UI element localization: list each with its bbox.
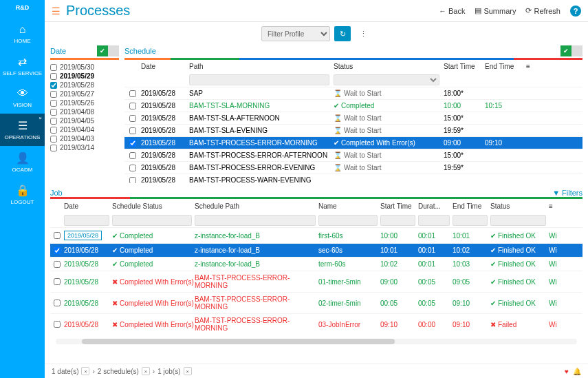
status-icon: ✔ — [490, 300, 496, 307]
job-name-filter[interactable] — [318, 215, 378, 226]
row-checkbox[interactable] — [54, 232, 61, 239]
status-icon: ✔ — [112, 246, 118, 254]
schedule-row[interactable]: 2019/05/28BAM-TST-SLA-AFTERNOON⌛Wait to … — [124, 112, 582, 124]
date-item[interactable]: 2019/04/04 — [50, 125, 119, 134]
refresh-button[interactable]: ⟳ Refresh — [525, 6, 560, 15]
close-icon[interactable]: × — [184, 367, 192, 375]
row-checkbox[interactable] — [129, 152, 136, 159]
schedule-row[interactable]: 2019/05/28BAM-TST-PROCESS-ERROR-EVENING⌛… — [124, 161, 582, 174]
schedule-row[interactable]: 2019/05/28BAM-TST-SLA-EVENING⌛Wait to St… — [124, 124, 582, 136]
row-checkbox[interactable] — [129, 103, 136, 109]
schedule-row[interactable]: 2019/05/28BAM-TST-SLA-MORNING✔Completed1… — [124, 99, 582, 112]
date-toggle[interactable]: ✔ — [97, 45, 119, 56]
row-checkbox[interactable] — [54, 247, 61, 254]
date-checkbox[interactable] — [50, 109, 57, 116]
date-checkbox[interactable] — [50, 145, 57, 151]
row-checkbox[interactable] — [129, 140, 136, 147]
schedule-row[interactable]: 2019/05/28BAM-TST-PROCESS-ERROR-MORNING✔… — [124, 136, 582, 149]
date-item[interactable]: 2019/05/29 — [50, 72, 119, 81]
date-checkbox[interactable] — [50, 118, 57, 125]
job-row[interactable]: 2019/05/28✖Completed With Error(s)BAM-TS… — [50, 313, 582, 335]
row-checkbox[interactable] — [129, 90, 136, 97]
job-end-filter[interactable] — [453, 215, 488, 226]
nav-home[interactable]: ⌂HOME — [0, 18, 45, 50]
col-start: Start Time — [444, 63, 485, 70]
date-item[interactable]: 2019/05/30 — [50, 63, 119, 72]
menu-icon[interactable]: ≡ — [549, 202, 563, 210]
date-checkbox[interactable] — [50, 64, 57, 71]
heart-icon[interactable]: ♥ — [565, 368, 569, 375]
status-icon: ✔ — [490, 232, 496, 240]
back-button[interactable]: ← Back — [439, 7, 465, 15]
status-icon: ⌛ — [334, 90, 342, 97]
more-icon[interactable]: ⋮ — [355, 26, 371, 41]
date-item[interactable]: 2019/03/14 — [50, 143, 119, 152]
job-status-filter[interactable] — [490, 215, 546, 226]
date-checkbox[interactable] — [50, 136, 57, 143]
summary-button[interactable]: ▤ Summary — [475, 6, 516, 15]
row-checkbox[interactable] — [129, 177, 136, 184]
schedule-pane-title: Schedule — [124, 47, 156, 55]
schedule-row[interactable]: 2019/05/28BAM-TST-PROCESS-ERROR-AFTERNOO… — [124, 149, 582, 161]
date-item[interactable]: 2019/04/05 — [50, 116, 119, 125]
date-item[interactable]: 2019/05/28 — [50, 81, 119, 90]
job-row[interactable]: 2019/05/28✔Completedz-instance-for-load_… — [50, 243, 582, 257]
row-checkbox[interactable] — [54, 278, 61, 285]
schedule-toggle[interactable]: ✔ — [560, 45, 582, 56]
row-checkbox[interactable] — [54, 321, 61, 328]
nav-vision[interactable]: 👁VISION — [0, 82, 45, 114]
row-checkbox[interactable] — [129, 127, 136, 134]
job-start-filter[interactable] — [380, 215, 415, 226]
row-checkbox[interactable] — [129, 165, 136, 171]
status-icon: ✔ — [112, 260, 118, 268]
status-filter[interactable] — [334, 74, 439, 85]
col-date: Date — [141, 63, 189, 70]
date-pane: Date ✔ 2019/05/302019/05/292019/05/28201… — [50, 45, 119, 183]
sidebar: R&D ⌂HOME⇄SELF SERVICE👁VISION×☰OPERATION… — [0, 0, 45, 378]
row-checkbox[interactable] — [54, 261, 61, 268]
filters-button[interactable]: ▼Filters — [552, 189, 582, 197]
row-checkbox[interactable] — [129, 115, 136, 122]
path-filter[interactable] — [189, 74, 329, 85]
horizontal-scrollbar[interactable] — [56, 339, 577, 344]
filter-profile-select[interactable]: Filter Profile — [261, 26, 330, 41]
job-row[interactable]: 2019/05/28✖Completed With Error(s)BAM-TS… — [50, 292, 582, 313]
breadcrumb: 1 date(s)×› 2 schedule(s)×› 1 job(s)× — [52, 367, 192, 375]
date-checkbox[interactable] — [50, 91, 57, 98]
titlebar: ☰ Processes ← Back ▤ Summary ⟳ Refresh ? — [45, 0, 588, 22]
menu-icon[interactable]: ☰ — [52, 6, 61, 17]
status-icon: ✖ — [490, 321, 496, 328]
job-date-filter[interactable] — [64, 215, 109, 226]
date-item[interactable]: 2019/05/26 — [50, 98, 119, 107]
menu-icon[interactable]: ≡ — [526, 63, 540, 70]
nav-self-service[interactable]: ⇄SELF SERVICE — [0, 50, 45, 82]
status-icon: ✔ — [490, 278, 496, 286]
loop-icon[interactable]: ↻ — [334, 26, 351, 41]
row-checkbox[interactable] — [54, 300, 61, 306]
date-checkbox[interactable] — [50, 100, 57, 107]
job-row[interactable]: 2019/05/28✔Completedz-instance-for-load_… — [50, 257, 582, 271]
nav-ocadm[interactable]: 👤OCADM — [0, 146, 45, 178]
nav-logout[interactable]: 🔒LOGOUT — [0, 178, 45, 211]
job-spath-filter[interactable] — [195, 215, 316, 226]
date-item[interactable]: 2019/05/27 — [50, 90, 119, 98]
date-item[interactable]: 2019/04/08 — [50, 107, 119, 116]
help-icon[interactable]: ? — [570, 6, 581, 17]
schedule-row[interactable]: 2019/05/28SAP⌛Wait to Start18:00* — [124, 87, 582, 99]
date-checkbox[interactable] — [50, 82, 57, 89]
schedule-row[interactable]: 2019/05/28BAM-TST-PROCESS-WARN-EVENING — [124, 174, 582, 183]
nav-operations[interactable]: ×☰OPERATIONS — [0, 114, 45, 146]
date-checkbox[interactable] — [50, 127, 57, 134]
close-icon[interactable]: × — [81, 367, 89, 375]
col-path: Path — [189, 63, 334, 70]
job-sstatus-filter[interactable] — [112, 215, 192, 226]
job-dur-filter[interactable] — [418, 215, 450, 226]
date-checkbox[interactable] — [50, 73, 57, 80]
bell-icon[interactable]: 🔔 — [573, 368, 581, 375]
close-icon[interactable]: × — [142, 367, 150, 375]
job-row[interactable]: 2019/05/28✔Completedz-instance-for-load_… — [50, 227, 582, 243]
job-row[interactable]: 2019/05/28✖Completed With Error(s)BAM-TS… — [50, 271, 582, 292]
close-icon[interactable]: × — [39, 115, 42, 121]
status-icon: ✔ — [112, 232, 118, 240]
date-item[interactable]: 2019/04/03 — [50, 134, 119, 143]
